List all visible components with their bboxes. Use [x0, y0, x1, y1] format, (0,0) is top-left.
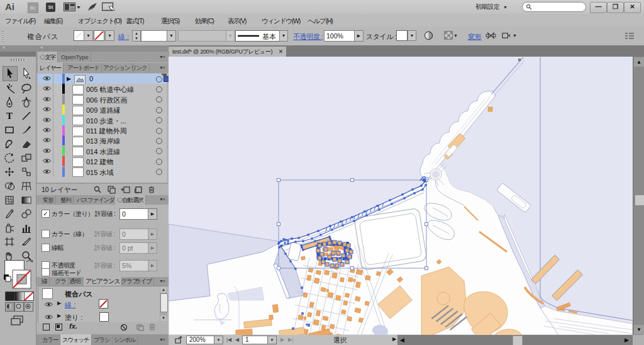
- svg-text:T: T: [6, 111, 13, 121]
